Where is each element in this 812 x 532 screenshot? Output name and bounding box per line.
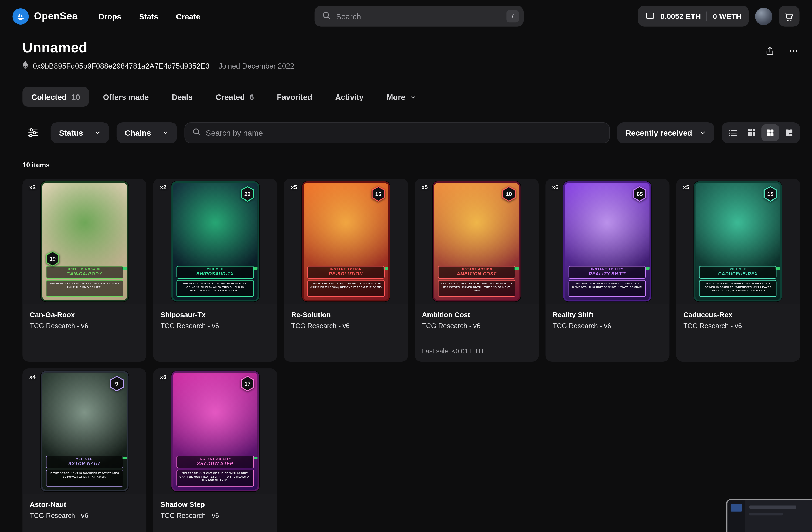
- more-options-button[interactable]: [788, 46, 798, 56]
- tab-more[interactable]: More: [378, 87, 425, 106]
- search-icon: [322, 11, 331, 22]
- nft-card-media[interactable]: x5 10 INSTANT ACTION AMBITION COST EVERY…: [415, 179, 538, 304]
- nft-card[interactable]: x2 22 VEHICLE SHIPOSAUR-TX WHENEVER UNIT…: [153, 179, 277, 362]
- artwork-nameplate: VEHICLE SHIPOSAUR-TX: [176, 266, 254, 278]
- tab-label: Created: [216, 92, 245, 101]
- list-view-button[interactable]: [724, 125, 742, 141]
- nft-card-info: Shadow Step TCG Research - v6: [153, 494, 277, 532]
- nft-card-media[interactable]: x6 65 INSTANT ABILITY REALITY SHIFT THE …: [546, 179, 669, 304]
- tab-deals[interactable]: Deals: [163, 87, 202, 106]
- nft-artwork: 65 INSTANT ABILITY REALITY SHIFT THE UNI…: [564, 182, 651, 302]
- sort-dropdown-label: Recently received: [625, 128, 692, 137]
- filter-icon: [28, 128, 38, 138]
- card-title: Ambition Cost: [422, 311, 531, 319]
- share-button[interactable]: [765, 46, 775, 56]
- tab-created[interactable]: Created6: [207, 87, 263, 106]
- tab-activity[interactable]: Activity: [326, 87, 373, 106]
- tcg-desc: CHOSE TWO UNITS. THEY FIGHT EACH OTHER. …: [307, 280, 385, 297]
- slash-shortcut-key: /: [507, 10, 519, 23]
- profile-name: Unnamed: [23, 40, 294, 56]
- tcg-desc: IF THE ASTOR-NAUT IS BOARDER IT GENERATE…: [46, 470, 123, 487]
- nft-card-media[interactable]: x2 22 VEHICLE SHIPOSAUR-TX WHENEVER UNIT…: [153, 179, 277, 304]
- nft-card-media[interactable]: x4 9 VEHICLE ASTOR-NAUT IF THE ASTOR-NAU…: [23, 369, 146, 494]
- card-qty-badge: x2: [29, 184, 35, 190]
- nft-artwork: 19 UNIT · DINOSAUR CAN-GA-ROOX WHENEVER …: [41, 182, 128, 302]
- navbar-right: 0.0052 ETH 0 WETH: [638, 6, 800, 27]
- collection-search[interactable]: [184, 122, 610, 143]
- grid-view-button[interactable]: [742, 125, 760, 141]
- opensea-home-link[interactable]: OpenSea: [12, 8, 78, 24]
- tab-count: 6: [250, 92, 254, 101]
- filter-toolbar: Status Chains Recently received: [23, 122, 800, 143]
- tab-favorited[interactable]: Favorited: [268, 87, 321, 106]
- tcg-type: INSTANT ABILITY: [571, 268, 643, 271]
- nft-card-info: Caduceus-Rex TCG Research - v6: [676, 304, 800, 362]
- card-number-hex-badge: 19: [46, 251, 59, 267]
- nav-link-stats[interactable]: Stats: [139, 12, 158, 21]
- card-title: Can-Ga-Roox: [30, 311, 139, 319]
- chains-dropdown[interactable]: Chains: [116, 122, 177, 143]
- tcg-art-name: AMBITION COST: [440, 271, 512, 276]
- nav-link-create[interactable]: Create: [176, 12, 200, 21]
- global-search[interactable]: /: [315, 6, 524, 27]
- tcg-desc: WHENEVER THIS UNIT DEALS DMG IT RECOVERS…: [46, 280, 123, 297]
- tcg-type: INSTANT ABILITY: [179, 457, 251, 460]
- card-collection: TCG Research - v6: [30, 322, 139, 330]
- search-icon: [192, 127, 201, 138]
- nav-links: DropsStatsCreate: [99, 12, 201, 21]
- filter-toggle-button[interactable]: [23, 122, 43, 143]
- top-navbar: OpenSea DropsStatsCreate / 0.0052 ETH 0 …: [0, 0, 812, 32]
- sort-dropdown[interactable]: Recently received: [617, 122, 714, 143]
- nft-card-media[interactable]: x5 15 VEHICLE CADUCEUS-REX WHENEVER UNIT…: [676, 179, 800, 304]
- tab-collected[interactable]: Collected10: [23, 87, 89, 106]
- nft-card[interactable]: x5 10 INSTANT ACTION AMBITION COST EVERY…: [415, 179, 538, 362]
- card-title: Caduceus-Rex: [683, 311, 793, 319]
- global-search-input[interactable]: [336, 12, 501, 21]
- nft-card[interactable]: x5 15 INSTANT ACTION RE-SOLUTION CHOSE T…: [284, 179, 408, 362]
- tcg-desc: WHENEVER UNIT BOARDS THE ARGO-NAUT IT GA…: [176, 280, 254, 297]
- profile-header: Unnamed 0x9bB895Fd05b9F088e2984781a2A7E4…: [0, 32, 812, 71]
- large-grid-view-button[interactable]: [761, 125, 779, 141]
- tcg-art-name: CADUCEUS-REX: [702, 271, 774, 276]
- wallet-balance-button[interactable]: 0.0052 ETH 0 WETH: [638, 6, 749, 27]
- status-dropdown[interactable]: Status: [51, 122, 109, 143]
- tcg-type: VEHICLE: [179, 268, 251, 271]
- status-dropdown-label: Status: [59, 128, 83, 137]
- artwork-nameplate: INSTANT ABILITY SHADOW STEP: [176, 456, 254, 468]
- opensea-logo-icon: [12, 8, 29, 24]
- profile-avatar[interactable]: [755, 8, 772, 25]
- tcg-type: INSTANT ACTION: [310, 268, 382, 271]
- masonry-view-button[interactable]: [780, 125, 798, 141]
- tcg-desc: TELEPORT UNIT OUT OF THE REAM THIS UNIT …: [176, 470, 254, 487]
- nft-card[interactable]: x4 9 VEHICLE ASTOR-NAUT IF THE ASTOR-NAU…: [23, 369, 146, 532]
- card-title: Astor-Naut: [30, 501, 139, 508]
- nft-artwork: 9 VEHICLE ASTOR-NAUT IF THE ASTOR-NAUT I…: [41, 371, 128, 491]
- card-number-hex-badge: 15: [372, 186, 385, 202]
- nft-card[interactable]: x5 15 VEHICLE CADUCEUS-REX WHENEVER UNIT…: [676, 179, 800, 362]
- tab-label: Deals: [172, 92, 193, 101]
- nft-card[interactable]: x6 17 INSTANT ABILITY SHADOW STEP TELEPO…: [153, 369, 277, 532]
- card-qty-badge: x2: [160, 184, 166, 190]
- screen-capture-thumbnail[interactable]: [726, 499, 812, 532]
- collection-search-input[interactable]: [206, 128, 602, 137]
- tab-offers-made[interactable]: Offers made: [94, 87, 158, 106]
- nft-card[interactable]: x6 65 INSTANT ABILITY REALITY SHIFT THE …: [546, 179, 669, 362]
- thumbnail-bar: [749, 505, 796, 508]
- cart-button[interactable]: [779, 6, 799, 27]
- card-number-hex-badge: 9: [110, 376, 124, 391]
- tcg-type: UNIT · DINOSAUR: [48, 268, 120, 271]
- items-count: 10 items: [23, 161, 812, 169]
- nft-card[interactable]: x2 19 UNIT · DINOSAUR CAN-GA-ROOX WHENEV…: [23, 179, 146, 362]
- list-view-icon: [728, 129, 737, 136]
- nav-link-drops[interactable]: Drops: [99, 12, 121, 21]
- nft-card-info: Shiposaur-Tx TCG Research - v6: [153, 304, 277, 362]
- nft-card-media[interactable]: x2 19 UNIT · DINOSAUR CAN-GA-ROOX WHENEV…: [23, 179, 146, 304]
- nft-card-media[interactable]: x6 17 INSTANT ABILITY SHADOW STEP TELEPO…: [153, 369, 277, 494]
- wallet-address[interactable]: 0x9bB895Fd05b9F088e2984781a2A7E4d75d9352…: [33, 61, 210, 70]
- tab-label: Offers made: [103, 92, 149, 101]
- thumbnail-bar: [749, 513, 783, 516]
- nft-artwork: 15 VEHICLE CADUCEUS-REX WHENEVER UNIT BO…: [694, 182, 782, 302]
- card-number-hex-badge: 15: [764, 186, 777, 202]
- nft-card-media[interactable]: x5 15 INSTANT ACTION RE-SOLUTION CHOSE T…: [284, 179, 408, 304]
- tcg-type: INSTANT ACTION: [440, 268, 512, 271]
